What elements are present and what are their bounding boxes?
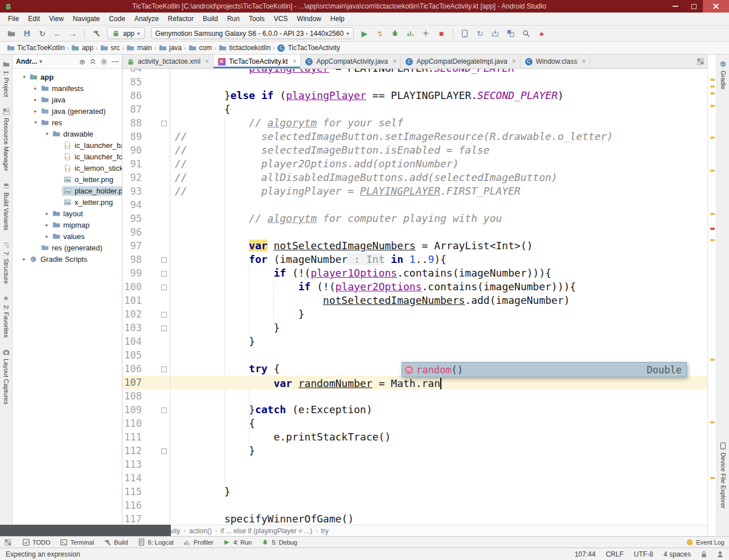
line-number[interactable]: 98 [122,253,145,266]
device-select[interactable]: Genymotion Samsung Galaxy S6 - 6.0.0 - A… [151,27,354,39]
code-text[interactable] [170,198,707,212]
tree-item-res[interactable]: ▾res [13,117,122,128]
minimize-button[interactable] [666,0,685,13]
line-number[interactable]: 113 [122,458,145,471]
tree-item-x-letter-png[interactable]: x_letter.png [13,196,122,208]
line-number[interactable]: 107 [122,376,145,389]
tree-item-ic-lemon-sticker-x[interactable]: ic_lemon_sticker.x... [13,162,122,174]
settings-button[interactable] [100,58,108,65]
fold-marker[interactable] [145,266,170,280]
tree-item-java-generated[interactable]: ▸java (generated) [13,105,122,117]
code-text[interactable] [170,348,707,362]
breadcrumb-if-else-if-playingplayer[interactable]: if ... else if (playingPlayer = ...) [220,527,312,535]
menu-help[interactable]: Help [326,14,349,24]
code-text[interactable]: } [170,335,707,348]
menu-code[interactable]: Code [104,14,130,24]
tree-item-place-holder-png[interactable]: place_holder.png [13,185,122,196]
open-project-button[interactable] [5,27,18,40]
menu-file[interactable]: File [3,14,23,24]
menu-run[interactable]: Run [223,14,244,24]
tree-item-res-generated[interactable]: res (generated) [13,242,122,253]
menu-window[interactable]: Window [292,14,326,24]
line-number[interactable]: 117 [122,512,145,525]
attach-debugger-button[interactable] [419,27,433,40]
file-encoding-select[interactable]: UTF-8 [634,550,653,558]
line-number[interactable]: 87 [122,102,145,116]
tab-tictactoeactivity-kt[interactable]: KTicTacToeActivity.kt× [214,55,301,68]
close-icon[interactable]: × [292,57,296,65]
fold-marker[interactable] [145,321,170,335]
tree-chevron-icon[interactable]: ▸ [43,233,51,239]
collapse-all-button[interactable] [89,58,96,65]
close-icon[interactable]: × [581,57,585,65]
fold-marker[interactable] [145,444,170,458]
record-button[interactable]: ● [535,27,548,40]
stop-button[interactable]: ■ [435,27,448,40]
code-text[interactable] [170,389,707,403]
tool-window-toggle-icon[interactable] [5,539,11,546]
code-text[interactable]: // playingPlayer = PLAYINGPLAYER.FIRST_P… [170,184,707,198]
fold-marker[interactable] [145,280,170,294]
tree-item-drawable[interactable]: ▾drawable [13,128,122,139]
tool-window-button-7-structure[interactable]: 7: Structure [2,236,10,289]
indent-setting[interactable]: 4 spaces [664,550,691,558]
line-number[interactable]: 86 [122,89,145,102]
line-number[interactable]: 116 [122,499,145,512]
tree-item-layout[interactable]: ▸layout [13,208,122,219]
tool-window-button-device-file-explorer[interactable]: Device File Explorer [719,437,727,513]
line-number[interactable]: 91 [122,157,145,171]
line-number[interactable]: 94 [122,198,145,212]
nav-java[interactable]: java [157,44,183,52]
gradle-sync-button[interactable]: ↻ [473,27,487,40]
line-number[interactable]: 92 [122,171,145,184]
fold-marker[interactable] [145,116,170,130]
project-view-selector[interactable]: Andr... ▾ [16,57,42,65]
line-number[interactable]: 96 [122,225,145,239]
close-icon[interactable]: × [205,57,209,65]
nav-app[interactable]: app [69,44,95,52]
line-number[interactable]: 95 [122,212,145,225]
tool-window-5-debug[interactable]: 5: Debug [261,538,297,546]
close-icon[interactable]: × [392,57,396,65]
tab-window-class[interactable]: CWindow.class× [521,55,591,68]
tree-item-ic-launcher-backg[interactable]: ic_launcher_backg... [13,139,122,151]
line-number[interactable]: 84 [122,69,145,75]
tree-item-mipmap[interactable]: ▸mipmap [13,219,122,230]
code-text[interactable]: if (!(player2Options.contains(imageNumbe… [170,280,707,294]
tree-item-o-letter-png[interactable]: o_letter.png [13,174,122,185]
nav-tictactoeactivity[interactable]: CTicTacToeActivity [275,44,342,52]
avd-manager-button[interactable] [458,27,472,40]
tree-chevron-icon[interactable]: ▸ [21,256,28,262]
line-separator-select[interactable]: CRLF [606,550,624,558]
profile-app-button[interactable] [404,27,417,40]
line-number[interactable]: 93 [122,184,145,198]
code-text[interactable]: } [170,485,707,499]
close-icon[interactable]: × [512,57,516,65]
code-text[interactable]: for (imageNumber : Int in 1..9){ [170,253,707,266]
nav-com[interactable]: com [186,44,214,52]
line-number[interactable]: 106 [122,362,145,376]
tool-window-button-2-favorites[interactable]: ★2: Favorites [2,289,10,343]
line-number[interactable]: 104 [122,335,145,348]
fold-marker[interactable] [145,362,170,376]
code-editor[interactable]: 84 playingPlayer = PLAYINGPLAYER.SECOND_… [122,69,707,525]
hide-button[interactable]: — [112,58,118,65]
menu-tools[interactable]: Tools [244,14,269,24]
tree-item-gradle-scripts[interactable]: ▸Gradle Scripts [13,253,122,265]
tool-window-button-layout-captures[interactable]: Layout Captures [2,343,10,410]
line-number[interactable]: 115 [122,485,145,499]
editor-tab-options-button[interactable] [694,55,707,68]
tree-item-ic-launcher-foregr[interactable]: ic_launcher_foregr... [13,151,122,162]
tree-item-manifests[interactable]: ▸manifests [13,83,122,94]
line-number[interactable]: 89 [122,130,145,143]
line-number[interactable]: 108 [122,389,145,403]
code-text[interactable]: } [170,321,707,335]
nav-main[interactable]: main [125,44,154,52]
fold-marker[interactable] [145,307,170,321]
back-button[interactable]: ← [51,27,64,40]
code-text[interactable]: // player2Options.add(optionNumber) [170,157,707,171]
line-number[interactable]: 90 [122,143,145,157]
debug-button[interactable] [388,27,402,40]
line-number[interactable]: 109 [122,403,145,417]
tool-window-build[interactable]: Build [103,538,128,546]
